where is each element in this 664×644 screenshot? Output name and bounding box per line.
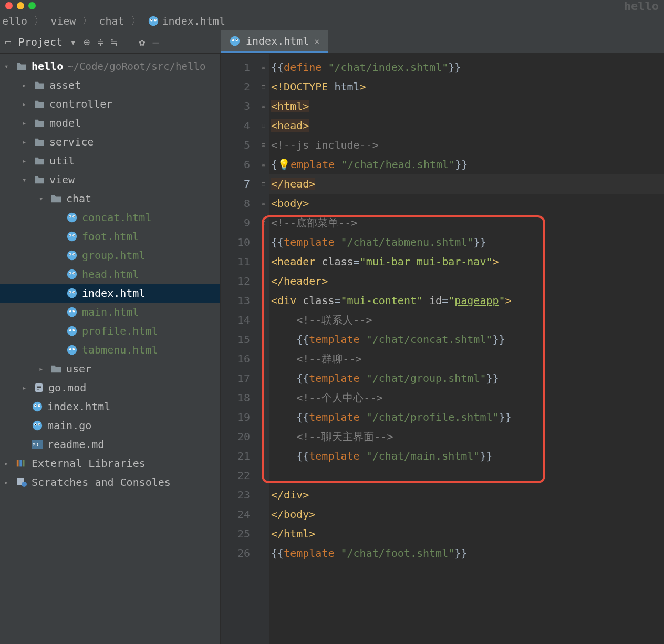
breadcrumb-file[interactable]: index.html: [148, 15, 225, 27]
gohtml-icon: [66, 306, 78, 318]
tree-folder-controller[interactable]: ▸controller: [0, 95, 220, 113]
tree-label: main.go: [47, 419, 91, 432]
breadcrumb-part[interactable]: ello: [2, 15, 27, 27]
project-tree[interactable]: ▾ hello ~/Code/goRoot/src/hello ▸asset ▸…: [0, 54, 221, 644]
tree-external-libraries[interactable]: ▸External Libraries: [0, 454, 220, 473]
tree-label: index.html: [82, 287, 145, 299]
tree-label: service: [49, 136, 94, 148]
chevron-right-icon: 〉: [82, 14, 92, 28]
tree-label: index.html: [47, 400, 110, 413]
close-window[interactable]: [5, 2, 13, 9]
tree-file-gomod[interactable]: ▸go.mod: [0, 378, 220, 397]
svg-point-45: [67, 345, 77, 355]
libraries-icon: [16, 458, 27, 469]
markdown-icon: MD: [32, 440, 43, 449]
tree-folder-model[interactable]: ▸model: [0, 113, 220, 132]
minimize-window[interactable]: [17, 2, 24, 9]
tree-root[interactable]: ▾ hello ~/Code/goRoot/src/hello: [0, 57, 220, 76]
tree-file-concat[interactable]: concat.html: [0, 208, 220, 227]
tree-label: main.html: [82, 306, 139, 318]
tree-file-foot[interactable]: foot.html: [0, 227, 220, 246]
tree-file-head[interactable]: head.html: [0, 265, 220, 284]
window-controls: [5, 2, 36, 9]
gohtml-icon: [66, 231, 78, 242]
folder-icon: [34, 80, 45, 90]
tree-file-group[interactable]: group.html: [0, 246, 220, 265]
tree-file-profile[interactable]: profile.html: [0, 321, 220, 340]
line-number: 21: [221, 446, 250, 466]
tree-label: user: [66, 362, 91, 375]
line-number: 3: [221, 97, 250, 116]
svg-point-24: [74, 254, 75, 255]
select-opened-file-icon[interactable]: ⊕: [84, 36, 90, 48]
tree-file-index[interactable]: index.html: [0, 284, 220, 303]
tree-folder-chat[interactable]: ▾chat: [0, 189, 220, 208]
tree-folder-service[interactable]: ▸service: [0, 132, 220, 151]
tree-folder-view[interactable]: ▾view: [0, 170, 220, 189]
tree-folder-user[interactable]: ▸user: [0, 359, 220, 378]
tree-label: go.mod: [48, 381, 86, 394]
chevron-right-icon: ▸: [22, 138, 29, 146]
tab-label: index.html: [246, 35, 309, 47]
line-number: 12: [221, 272, 250, 291]
chevron-right-icon: ▸: [22, 81, 29, 89]
tree-label: head.html: [82, 268, 139, 281]
tree-label: concat.html: [82, 211, 151, 224]
svg-point-9: [236, 39, 237, 40]
tree-file-indexhtml[interactable]: index.html: [0, 397, 220, 416]
folder-icon: [16, 61, 27, 71]
code-area[interactable]: {{define "/chat/index.shtml"}} <!DOCTYPE…: [269, 54, 664, 644]
line-number: 22: [221, 466, 250, 485]
toolbar: ▭ Project ▾ ⊕ ≑ ≒ ✿ — index.html ✕: [0, 30, 664, 54]
svg-point-62: [35, 424, 36, 425]
gohtml-icon: [66, 212, 78, 223]
tab-index-html[interactable]: index.html ✕: [221, 30, 328, 53]
code-editor[interactable]: 1234567891011121314151617181920212223242…: [221, 54, 664, 644]
tree-label: group.html: [82, 249, 145, 262]
line-number: 1: [221, 58, 250, 77]
svg-point-33: [69, 292, 70, 293]
hide-icon[interactable]: —: [152, 36, 159, 48]
svg-point-8: [232, 39, 233, 40]
line-number: 6: [221, 155, 250, 174]
line-number: 10: [221, 233, 250, 252]
tree-file-main[interactable]: main.html: [0, 303, 220, 321]
tree-label: asset: [49, 79, 81, 91]
tree-file-maingo[interactable]: main.go: [0, 416, 220, 435]
svg-point-4: [154, 19, 155, 20]
svg-point-20: [67, 251, 77, 260]
window-title: hello: [624, 0, 659, 13]
breadcrumb-part[interactable]: chat: [99, 15, 124, 27]
project-dropdown[interactable]: Project: [18, 36, 63, 48]
chevron-right-icon: 〉: [34, 14, 44, 28]
chevron-down-icon[interactable]: ▾: [70, 36, 76, 48]
svg-point-28: [69, 273, 70, 274]
expand-all-icon[interactable]: ≑: [97, 36, 103, 48]
tree-file-tabmenu[interactable]: tabmenu.html: [0, 340, 220, 359]
svg-point-48: [69, 348, 70, 349]
svg-point-39: [74, 310, 75, 311]
maximize-window[interactable]: [28, 2, 36, 9]
line-number: 23: [221, 485, 250, 505]
tree-file-readme[interactable]: MDreadme.md: [0, 435, 220, 454]
gear-icon[interactable]: ✿: [139, 36, 145, 48]
svg-point-38: [69, 310, 70, 311]
folder-icon: [34, 137, 45, 147]
gohtml-icon: [66, 287, 78, 299]
tree-scratches[interactable]: ▸Scratches and Consoles: [0, 473, 220, 492]
line-gutter: 1234567891011121314151617181920212223242…: [221, 54, 258, 644]
close-tab-icon[interactable]: ✕: [314, 36, 319, 46]
breadcrumb-part[interactable]: view: [50, 15, 76, 27]
svg-point-13: [69, 216, 70, 217]
svg-point-43: [69, 329, 70, 330]
lightbulb-icon[interactable]: 💡: [277, 158, 290, 171]
tree-folder-util[interactable]: ▸util: [0, 151, 220, 170]
chevron-right-icon: ▸: [4, 459, 12, 468]
svg-rect-66: [17, 460, 19, 467]
svg-point-35: [67, 307, 77, 317]
gohtml-icon: [229, 35, 241, 47]
svg-point-54: [33, 402, 42, 411]
tree-folder-asset[interactable]: ▸asset: [0, 76, 220, 95]
collapse-all-icon[interactable]: ≒: [111, 36, 117, 48]
tree-label: Scratches and Consoles: [32, 476, 171, 489]
